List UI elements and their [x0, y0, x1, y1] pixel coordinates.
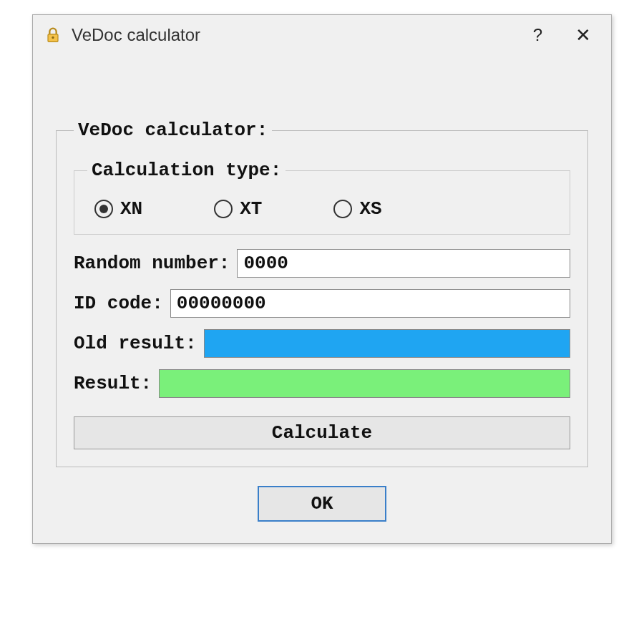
- help-icon[interactable]: ?: [533, 25, 542, 45]
- titlebar-controls: ? ✕: [533, 24, 595, 47]
- random-number-label: Random number:: [74, 253, 230, 274]
- radio-label-xt: XT: [240, 198, 262, 220]
- calculate-button[interactable]: Calculate: [74, 416, 570, 449]
- close-icon[interactable]: ✕: [571, 24, 595, 47]
- id-code-input[interactable]: [170, 289, 570, 318]
- id-code-row: ID code:: [74, 289, 570, 318]
- radio-xs[interactable]: XS: [333, 198, 381, 220]
- radio-xt[interactable]: XT: [214, 198, 262, 220]
- window-title: VeDoc calculator: [72, 25, 533, 45]
- calculation-type-legend: Calculation type:: [87, 160, 286, 181]
- titlebar: VeDoc calculator ? ✕: [33, 15, 611, 55]
- dialog-window: VeDoc calculator ? ✕ VeDoc calculator: C…: [32, 14, 612, 544]
- id-code-label: ID code:: [74, 293, 163, 314]
- result-input[interactable]: [159, 369, 570, 398]
- old-result-label: Old result:: [74, 333, 197, 354]
- dialog-content: VeDoc calculator: Calculation type: XN X…: [33, 55, 611, 543]
- random-number-input[interactable]: [237, 249, 570, 278]
- svg-point-1: [52, 36, 54, 39]
- old-result-input[interactable]: [204, 329, 570, 358]
- random-number-row: Random number:: [74, 249, 570, 278]
- lock-icon: [43, 25, 63, 45]
- radio-icon: [333, 200, 352, 218]
- main-heading: VeDoc calculator:: [74, 119, 272, 141]
- result-row: Result:: [74, 369, 570, 398]
- radio-group: XN XT XS: [87, 191, 557, 221]
- radio-label-xn: XN: [120, 198, 142, 220]
- main-groupbox: VeDoc calculator: Calculation type: XN X…: [56, 119, 588, 467]
- calculation-type-groupbox: Calculation type: XN XT XS: [74, 160, 570, 235]
- radio-icon: [214, 200, 233, 218]
- radio-xn[interactable]: XN: [94, 198, 142, 220]
- ok-row: OK: [54, 486, 590, 522]
- radio-label-xs: XS: [359, 198, 381, 220]
- result-label: Result:: [74, 373, 152, 394]
- radio-icon: [94, 200, 113, 218]
- old-result-row: Old result:: [74, 329, 570, 358]
- ok-button[interactable]: OK: [258, 486, 386, 522]
